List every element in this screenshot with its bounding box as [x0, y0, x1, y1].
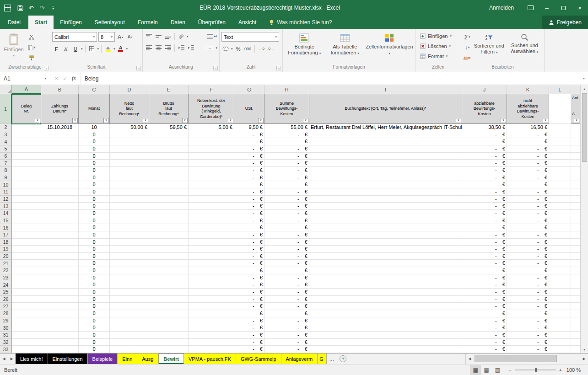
sheet-tab-g[interactable]: G: [318, 354, 327, 364]
cell-B32[interactable]: [41, 339, 79, 346]
cell-I30[interactable]: [309, 324, 462, 332]
cell-J22[interactable]: - €: [462, 267, 507, 274]
cell-F22[interactable]: [189, 267, 234, 274]
cell-J32[interactable]: - €: [462, 339, 507, 346]
cell-J17[interactable]: - €: [462, 231, 507, 239]
cancel-icon[interactable]: ×: [55, 75, 58, 82]
cell-L20[interactable]: [549, 253, 571, 260]
cell-C2[interactable]: 10: [79, 124, 110, 131]
cell-C31[interactable]: 0: [79, 332, 110, 339]
cell-K9[interactable]: - €: [507, 174, 549, 182]
cell-C6[interactable]: 0: [79, 153, 110, 160]
cell-F3[interactable]: [189, 131, 234, 139]
cell-I23[interactable]: [309, 274, 462, 282]
cell-L8[interactable]: [549, 167, 571, 174]
accounting-format-button[interactable]: [221, 44, 230, 53]
cell-F16[interactable]: [189, 224, 234, 231]
number-dialog-launcher-icon[interactable]: ↘: [276, 66, 281, 70]
cell-J23[interactable]: - €: [462, 274, 507, 282]
cell-L11[interactable]: [549, 188, 571, 196]
cell-G33[interactable]: - €: [234, 346, 264, 353]
cell-E14[interactable]: [149, 210, 189, 217]
cell-A27[interactable]: [12, 303, 41, 310]
share-button[interactable]: Freigeben: [542, 16, 588, 29]
cell-J10[interactable]: - €: [462, 181, 507, 188]
cell-G14[interactable]: - €: [234, 210, 264, 217]
vertical-scroll-thumb[interactable]: [582, 93, 587, 162]
column-header-F[interactable]: F: [189, 85, 234, 94]
cell-H9[interactable]: - €: [264, 174, 309, 182]
cell-D6[interactable]: [110, 153, 149, 160]
cell-J2[interactable]: 38,50 €: [462, 124, 507, 131]
cell-B29[interactable]: [41, 317, 79, 325]
cell-B28[interactable]: [41, 310, 79, 317]
cell-E31[interactable]: [149, 332, 189, 339]
cell-I17[interactable]: [309, 231, 462, 239]
cell-D14[interactable]: [110, 210, 149, 217]
cell-D5[interactable]: [110, 145, 149, 153]
cell-D30[interactable]: [110, 324, 149, 332]
cell-K20[interactable]: - €: [507, 253, 549, 260]
column-header-B[interactable]: B: [41, 85, 79, 94]
cell-G22[interactable]: - €: [234, 267, 264, 274]
cell-B13[interactable]: [41, 203, 79, 210]
cell-G3[interactable]: - €: [234, 131, 264, 139]
cell-I27[interactable]: [309, 303, 462, 310]
row-header-19[interactable]: 19: [0, 246, 12, 253]
cell-L12[interactable]: [549, 196, 571, 203]
cell-E32[interactable]: [149, 339, 189, 346]
ribbon-tab-start[interactable]: Start: [28, 16, 54, 29]
cell-F27[interactable]: [189, 303, 234, 310]
cell-D23[interactable]: [110, 274, 149, 282]
cell-E10[interactable]: [149, 181, 189, 188]
cell-E28[interactable]: [149, 310, 189, 317]
ribbon-tab-seitenlayout[interactable]: Seitenlayout: [88, 16, 131, 29]
cell-B17[interactable]: [41, 231, 79, 239]
filter-dropdown-E[interactable]: ▼: [182, 118, 188, 123]
cell-G26[interactable]: - €: [234, 296, 264, 303]
cell-F15[interactable]: [189, 217, 234, 225]
cell-K12[interactable]: - €: [507, 196, 549, 203]
cell-K13[interactable]: - €: [507, 203, 549, 210]
column-header-G[interactable]: G: [234, 85, 264, 94]
copy-button[interactable]: ▾: [27, 43, 36, 52]
cell-B26[interactable]: [41, 296, 79, 303]
cell-H29[interactable]: - €: [264, 317, 309, 325]
font-size-select[interactable]: 8▾: [98, 32, 115, 42]
cell-H17[interactable]: - €: [264, 231, 309, 239]
cell-A17[interactable]: [12, 231, 41, 239]
cell-K4[interactable]: - €: [507, 138, 549, 145]
cell-A14[interactable]: [12, 210, 41, 217]
cell-H28[interactable]: - €: [264, 310, 309, 317]
cell-H30[interactable]: - €: [264, 324, 309, 332]
increase-decimal-button[interactable]: ←,0: [257, 44, 265, 53]
cell-H6[interactable]: - €: [264, 153, 309, 160]
vertical-scrollbar[interactable]: ▴ ▾: [580, 85, 588, 353]
autosum-button[interactable]: Σ▾: [463, 32, 471, 41]
column-header-E[interactable]: E: [149, 85, 189, 94]
cell-I10[interactable]: [309, 181, 462, 188]
cell-C19[interactable]: 0: [79, 246, 110, 253]
row-header-16[interactable]: 16: [0, 224, 12, 231]
fill-color-button[interactable]: [104, 44, 112, 53]
cell-C29[interactable]: 0: [79, 317, 110, 325]
cell-G5[interactable]: - €: [234, 145, 264, 153]
cell-K2[interactable]: 16,50 €: [507, 124, 549, 131]
cell-L17[interactable]: [549, 231, 571, 239]
cell-B11[interactable]: [41, 188, 79, 196]
sheet-tab-lies-mich-[interactable]: Lies mich!: [16, 354, 48, 364]
zoom-slider-thumb[interactable]: [535, 368, 537, 372]
scroll-up-icon[interactable]: ▴: [581, 85, 588, 92]
cell-F13[interactable]: [189, 203, 234, 210]
cell-I15[interactable]: [309, 217, 462, 225]
cell-K28[interactable]: - €: [507, 310, 549, 317]
cell-A15[interactable]: [12, 217, 41, 225]
cell-C11[interactable]: 0: [79, 188, 110, 196]
sign-in-button[interactable]: Anmelden: [481, 0, 522, 16]
cell-D8[interactable]: [110, 167, 149, 174]
cell-E5[interactable]: [149, 145, 189, 153]
cell-B22[interactable]: [41, 267, 79, 274]
row-header-1[interactable]: 1: [0, 94, 12, 124]
ribbon-tab-einfügen[interactable]: Einfügen: [54, 16, 88, 29]
cell-F10[interactable]: [189, 181, 234, 188]
